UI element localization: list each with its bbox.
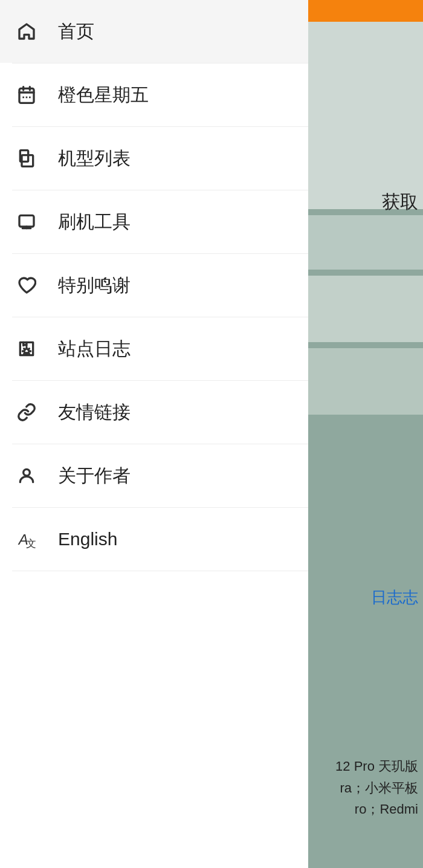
sidebar-label-flash-tool: 刷机工具 bbox=[58, 210, 131, 235]
sidebar-label-orange-friday: 橙色星期五 bbox=[58, 83, 149, 108]
right-card-3 bbox=[305, 276, 423, 342]
sidebar-item-site-log[interactable]: 站点日志 bbox=[0, 317, 308, 380]
model-list-icon bbox=[12, 144, 41, 173]
right-header-orange bbox=[305, 0, 423, 22]
sidebar-label-home: 首页 bbox=[58, 19, 94, 44]
sidebar-item-about-author[interactable]: 关于作者 bbox=[0, 444, 308, 507]
sidebar-item-model-list[interactable]: 机型列表 bbox=[0, 127, 308, 190]
heart-icon bbox=[12, 271, 41, 300]
huoqu-text: 获取 bbox=[382, 190, 418, 197]
flash-tool-icon bbox=[12, 207, 41, 236]
right-log-label: 日志志 bbox=[371, 587, 418, 608]
sidebar-label-english: English bbox=[58, 529, 117, 549]
svg-point-10 bbox=[24, 469, 30, 476]
language-icon: A 文 bbox=[12, 525, 41, 554]
svg-rect-0 bbox=[19, 88, 34, 103]
sidebar-item-flash-tool[interactable]: 刷机工具 bbox=[0, 190, 308, 253]
sidebar-label-about-author: 关于作者 bbox=[58, 464, 131, 488]
sidebar-item-english[interactable]: A 文 English bbox=[0, 508, 308, 571]
sidebar-item-orange-friday[interactable]: 橙色星期五 bbox=[0, 63, 308, 126]
person-icon bbox=[12, 461, 41, 490]
right-card-2 bbox=[305, 215, 423, 270]
sidebar-label-special-thanks: 特别鸣谢 bbox=[58, 273, 131, 298]
right-bottom: 日志志 12 Pro 天玑版ra；小米平板ro；Redmi bbox=[305, 421, 423, 868]
right-card-4 bbox=[305, 348, 423, 415]
sidebar-label-model-list: 机型列表 bbox=[58, 146, 131, 171]
sidebar-label-friendly-links: 友情链接 bbox=[58, 400, 131, 425]
sidebar-item-home[interactable]: 首页 bbox=[0, 0, 308, 63]
home-icon bbox=[12, 17, 41, 46]
sidebar-item-special-thanks[interactable]: 特别鸣谢 bbox=[0, 254, 308, 317]
sidebar-label-site-log: 站点日志 bbox=[58, 337, 131, 361]
svg-text:文: 文 bbox=[26, 537, 36, 549]
sidebar: 首页 橙色星期五 机型列表 bbox=[0, 0, 308, 868]
link-icon bbox=[12, 398, 41, 427]
right-bottom-text: 12 Pro 天玑版ra；小米平板ro；Redmi bbox=[335, 756, 418, 820]
right-card-1: 获取 bbox=[305, 22, 423, 209]
sidebar-item-friendly-links[interactable]: 友情链接 bbox=[0, 381, 308, 444]
orange-friday-icon bbox=[12, 80, 41, 109]
right-panel: 获取 日志志 12 Pro 天玑版ra；小米平板ro；Redmi bbox=[305, 0, 423, 868]
svg-rect-6 bbox=[19, 215, 34, 227]
site-log-icon bbox=[12, 334, 41, 363]
